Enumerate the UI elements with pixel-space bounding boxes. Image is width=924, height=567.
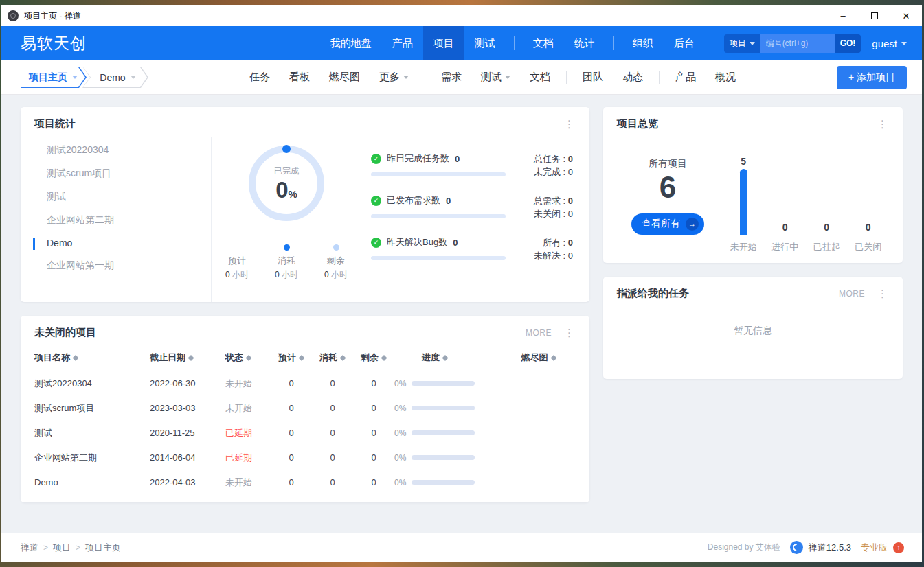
sort-header-status[interactable]: 状态	[225, 351, 251, 364]
breadcrumb-link-zentao[interactable]: 禅道	[21, 542, 38, 554]
check-circle-icon	[371, 238, 381, 248]
progress-bar	[412, 430, 475, 435]
estimate-cell: 0	[271, 371, 312, 396]
upgrade-icon[interactable]	[893, 542, 904, 553]
sort-header-left[interactable]: 剩余	[361, 351, 387, 364]
tab-team[interactable]: 团队	[574, 67, 612, 88]
kebab-menu-icon[interactable]	[561, 326, 577, 339]
add-project-button[interactable]: + 添加项目	[837, 66, 907, 89]
kebab-menu-icon[interactable]	[561, 117, 577, 130]
project-list-item[interactable]: 企业网站第二期	[21, 209, 211, 232]
progress-cell: 0%	[394, 404, 502, 413]
open-projects-panel: 未关闭的项目 MORE 项目名称 截止日期 状态 预计 消耗 剩余	[21, 316, 589, 502]
consumed-cell: 0	[312, 396, 353, 421]
breadcrumb-label: 项目主页	[29, 71, 67, 84]
tab-dynamic[interactable]: 动态	[613, 67, 652, 88]
estimate-cell: 0	[271, 470, 312, 495]
nav-item-my-space[interactable]: 我的地盘	[320, 26, 382, 60]
breadcrumb-current-project[interactable]: Demo	[82, 67, 148, 88]
sort-icon	[340, 355, 346, 361]
main-content: 项目统计 测试20220304 测试scrum项目 测试 企业网站第二期 Dem…	[1, 95, 922, 533]
completion-donut-chart: 已完成 0% 预计 0 小时 消耗	[212, 137, 361, 302]
footer-breadcrumb: 禅道 > 项目 > 项目主页	[21, 542, 708, 554]
breadcrumb-project-home[interactable]: 项目主页	[21, 67, 87, 88]
nav-item-doc[interactable]: 文档	[523, 26, 564, 60]
sort-header-estimate[interactable]: 预计	[278, 351, 304, 364]
nav-item-project[interactable]: 项目	[423, 26, 464, 60]
consumed-cell: 0	[312, 371, 353, 396]
tab-burndown[interactable]: 燃尽图	[320, 67, 369, 88]
tab-product[interactable]: 产品	[666, 67, 705, 88]
project-list-item[interactable]: 测试scrum项目	[21, 162, 211, 185]
sort-header-name[interactable]: 项目名称	[34, 351, 78, 364]
nav-item-admin[interactable]: 后台	[664, 26, 705, 60]
nav-item-product[interactable]: 产品	[382, 26, 423, 60]
view-all-button[interactable]: 查看所有	[631, 213, 704, 235]
project-tab-menu: 任务 看板 燃尽图 更多 需求 测试 文档 团队 动态 产品 概况	[148, 67, 837, 88]
tab-doc[interactable]: 文档	[521, 67, 559, 88]
sort-icon	[442, 355, 448, 361]
deadline-cell: 2022-04-03	[150, 470, 225, 495]
project-name-link[interactable]: 测试scrum项目	[34, 403, 94, 413]
project-list-item[interactable]: 测试	[21, 185, 211, 209]
more-link[interactable]: MORE	[839, 289, 865, 299]
tab-more[interactable]: 更多	[370, 67, 418, 88]
tab-overview[interactable]: 概况	[706, 67, 745, 88]
search-scope-select[interactable]: 项目	[724, 34, 760, 53]
donut-progress-dot	[282, 145, 291, 153]
burndown-cell	[502, 371, 576, 396]
kebab-menu-icon[interactable]	[875, 287, 890, 300]
table-row: 测试 2020-11-25 已延期 0 0 0 0%	[34, 421, 576, 445]
deadline-cell: 2023-03-03	[150, 396, 225, 421]
burndown-cell	[502, 445, 576, 470]
project-list-item-active[interactable]: Demo	[21, 232, 211, 254]
maximize-button[interactable]	[859, 5, 890, 26]
consumed-cell: 0	[312, 445, 353, 470]
footer: 禅道 > 项目 > 项目主页 Designed by 艾体验 禅道12.5.3 …	[1, 533, 922, 562]
chevron-down-icon	[901, 42, 907, 45]
designed-by-label: Designed by 艾体验	[708, 542, 780, 553]
view-all-label: 查看所有	[642, 218, 680, 230]
sort-header-deadline[interactable]: 截止日期	[150, 351, 194, 364]
tab-kanban[interactable]: 看板	[280, 67, 319, 88]
brand-logo[interactable]: 易软天创	[1, 26, 107, 60]
sort-header-burndown[interactable]: 燃尽图	[521, 351, 556, 364]
sort-header-consumed[interactable]: 消耗	[319, 351, 346, 364]
sort-icon	[551, 355, 556, 361]
project-status-bar-chart: 5 0 0 0 未开始 进行中 已挂起 已关闭	[723, 140, 889, 263]
project-name-link[interactable]: Demo	[34, 477, 58, 487]
project-list-item[interactable]: 企业网站第一期	[21, 254, 211, 277]
kebab-menu-icon[interactable]	[875, 117, 890, 130]
nav-item-test[interactable]: 测试	[464, 26, 506, 60]
breadcrumb-link-project-home[interactable]: 项目主页	[85, 542, 121, 554]
panel-title: 未关闭的项目	[34, 326, 526, 339]
zentao-logo-icon	[790, 541, 803, 554]
search-go-button[interactable]: GO!	[835, 34, 861, 53]
edition-link[interactable]: 专业版	[861, 542, 888, 554]
user-menu[interactable]: guest	[872, 38, 907, 49]
search-input[interactable]	[760, 34, 835, 53]
toolbar-divider	[566, 71, 567, 84]
sort-icon	[299, 355, 304, 361]
tab-task[interactable]: 任务	[240, 67, 279, 88]
more-link[interactable]: MORE	[526, 328, 552, 338]
nav-item-report[interactable]: 统计	[564, 26, 605, 60]
window-titlebar: 项目主页 - 禅道 – ✕	[1, 5, 922, 26]
progress-bar	[412, 455, 475, 460]
nav-divider	[613, 36, 614, 50]
deadline-cell: 2014-06-04	[150, 445, 225, 470]
tab-story[interactable]: 需求	[432, 67, 471, 88]
close-button[interactable]: ✕	[890, 5, 922, 26]
sort-header-progress[interactable]: 进度	[422, 351, 448, 364]
tab-test[interactable]: 测试	[472, 67, 519, 88]
project-name-link[interactable]: 测试20220304	[34, 378, 92, 389]
project-name-link[interactable]: 测试	[34, 428, 52, 438]
check-circle-icon	[371, 154, 381, 164]
breadcrumb-link-project[interactable]: 项目	[53, 542, 71, 554]
main-nav-menu: 我的地盘 产品 项目 测试 文档 统计 组织 后台	[320, 26, 705, 60]
project-name-link[interactable]: 企业网站第二期	[34, 452, 97, 463]
legend-dot	[284, 244, 290, 251]
project-list-item[interactable]: 测试20220304	[21, 139, 211, 162]
minimize-button[interactable]: –	[827, 5, 859, 26]
nav-item-org[interactable]: 组织	[622, 26, 664, 60]
